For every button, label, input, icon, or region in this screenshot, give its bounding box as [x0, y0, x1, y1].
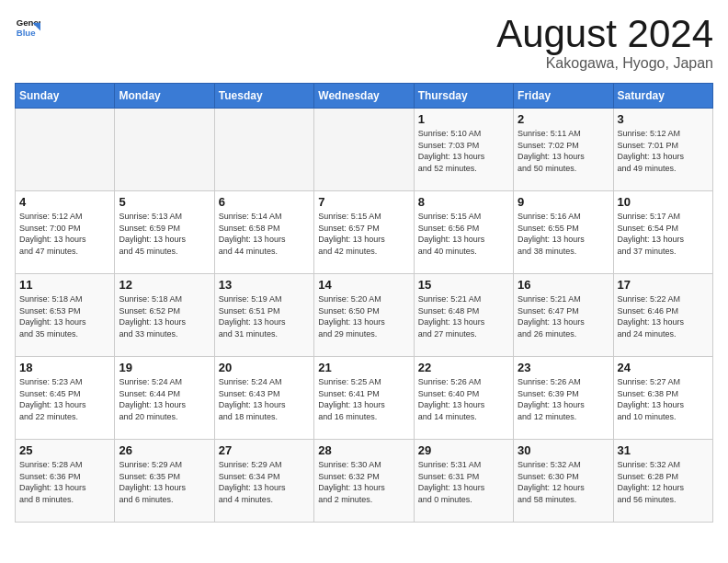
- day-number: 22: [418, 361, 509, 374]
- svg-text:Blue: Blue: [17, 28, 36, 38]
- calendar-cell: 15Sunrise: 5:21 AM Sunset: 6:48 PM Dayli…: [414, 274, 513, 357]
- day-number: 5: [119, 195, 210, 209]
- day-number: 11: [19, 278, 110, 292]
- day-number: 25: [19, 443, 110, 457]
- calendar-cell: 6Sunrise: 5:14 AM Sunset: 6:58 PM Daylig…: [214, 191, 313, 274]
- day-number: 26: [119, 443, 210, 457]
- week-row-5: 25Sunrise: 5:28 AM Sunset: 6:36 PM Dayli…: [16, 440, 713, 523]
- day-number: 21: [318, 361, 409, 374]
- calendar-cell: 16Sunrise: 5:21 AM Sunset: 6:47 PM Dayli…: [514, 274, 613, 357]
- weekday-header-friday: Friday: [514, 84, 613, 109]
- calendar-cell: 2Sunrise: 5:11 AM Sunset: 7:02 PM Daylig…: [514, 109, 613, 191]
- day-number: 30: [518, 443, 609, 457]
- calendar-cell: 22Sunrise: 5:26 AM Sunset: 6:40 PM Dayli…: [414, 357, 513, 440]
- calendar-cell: 20Sunrise: 5:24 AM Sunset: 6:43 PM Dayli…: [214, 357, 313, 440]
- calendar-cell: 3Sunrise: 5:12 AM Sunset: 7:01 PM Daylig…: [613, 109, 712, 191]
- weekday-header-monday: Monday: [115, 84, 214, 109]
- calendar-cell: [115, 109, 214, 191]
- day-number: 18: [19, 361, 110, 374]
- month-title: August 2024: [496, 15, 713, 53]
- day-info: Sunrise: 5:30 AM Sunset: 6:32 PM Dayligh…: [318, 459, 409, 505]
- weekday-header-thursday: Thursday: [414, 84, 513, 109]
- day-number: 6: [219, 195, 310, 209]
- day-info: Sunrise: 5:24 AM Sunset: 6:43 PM Dayligh…: [219, 376, 310, 422]
- weekday-header-row: SundayMondayTuesdayWednesdayThursdayFrid…: [16, 84, 713, 109]
- day-info: Sunrise: 5:26 AM Sunset: 6:39 PM Dayligh…: [518, 376, 609, 422]
- weekday-header-sunday: Sunday: [16, 84, 115, 109]
- day-info: Sunrise: 5:32 AM Sunset: 6:28 PM Dayligh…: [618, 459, 709, 505]
- day-info: Sunrise: 5:20 AM Sunset: 6:50 PM Dayligh…: [318, 293, 409, 339]
- weekday-header-saturday: Saturday: [613, 84, 712, 109]
- day-number: 20: [219, 361, 310, 374]
- day-number: 31: [618, 443, 709, 457]
- calendar-cell: 17Sunrise: 5:22 AM Sunset: 6:46 PM Dayli…: [613, 274, 712, 357]
- day-number: 16: [518, 278, 609, 292]
- calendar-cell: 21Sunrise: 5:25 AM Sunset: 6:41 PM Dayli…: [314, 357, 414, 440]
- calendar-cell: 25Sunrise: 5:28 AM Sunset: 6:36 PM Dayli…: [16, 440, 115, 523]
- calendar-cell: 23Sunrise: 5:26 AM Sunset: 6:39 PM Dayli…: [514, 357, 613, 440]
- calendar-cell: 27Sunrise: 5:29 AM Sunset: 6:34 PM Dayli…: [214, 440, 313, 523]
- day-info: Sunrise: 5:19 AM Sunset: 6:51 PM Dayligh…: [219, 293, 310, 339]
- day-info: Sunrise: 5:13 AM Sunset: 6:59 PM Dayligh…: [119, 211, 210, 257]
- day-info: Sunrise: 5:28 AM Sunset: 6:36 PM Dayligh…: [19, 459, 110, 505]
- day-number: 15: [418, 278, 509, 292]
- day-info: Sunrise: 5:26 AM Sunset: 6:40 PM Dayligh…: [418, 376, 509, 422]
- calendar-cell: 28Sunrise: 5:30 AM Sunset: 6:32 PM Dayli…: [314, 440, 414, 523]
- day-number: 10: [618, 195, 709, 209]
- day-info: Sunrise: 5:25 AM Sunset: 6:41 PM Dayligh…: [318, 376, 409, 422]
- location: Kakogawa, Hyogo, Japan: [496, 55, 713, 72]
- day-number: 13: [219, 278, 310, 292]
- day-info: Sunrise: 5:12 AM Sunset: 7:00 PM Dayligh…: [19, 211, 110, 257]
- day-number: 23: [518, 361, 609, 374]
- day-info: Sunrise: 5:17 AM Sunset: 6:54 PM Dayligh…: [618, 211, 709, 257]
- day-number: 24: [618, 361, 709, 374]
- calendar-cell: 19Sunrise: 5:24 AM Sunset: 6:44 PM Dayli…: [115, 357, 214, 440]
- week-row-2: 4Sunrise: 5:12 AM Sunset: 7:00 PM Daylig…: [16, 191, 713, 274]
- calendar-cell: 24Sunrise: 5:27 AM Sunset: 6:38 PM Dayli…: [613, 357, 712, 440]
- page-header: General Blue August 2024 Kakogawa, Hyogo…: [15, 15, 713, 72]
- calendar-cell: 8Sunrise: 5:15 AM Sunset: 6:56 PM Daylig…: [414, 191, 513, 274]
- day-number: 12: [119, 278, 210, 292]
- calendar-cell: 26Sunrise: 5:29 AM Sunset: 6:35 PM Dayli…: [115, 440, 214, 523]
- day-info: Sunrise: 5:31 AM Sunset: 6:31 PM Dayligh…: [418, 459, 509, 505]
- day-info: Sunrise: 5:29 AM Sunset: 6:35 PM Dayligh…: [119, 459, 210, 505]
- calendar-cell: 11Sunrise: 5:18 AM Sunset: 6:53 PM Dayli…: [16, 274, 115, 357]
- day-info: Sunrise: 5:32 AM Sunset: 6:30 PM Dayligh…: [518, 459, 609, 505]
- weekday-header-tuesday: Tuesday: [214, 84, 313, 109]
- calendar-cell: [16, 109, 115, 191]
- week-row-3: 11Sunrise: 5:18 AM Sunset: 6:53 PM Dayli…: [16, 274, 713, 357]
- day-number: 19: [119, 361, 210, 374]
- calendar-cell: 14Sunrise: 5:20 AM Sunset: 6:50 PM Dayli…: [314, 274, 414, 357]
- day-number: 9: [518, 195, 609, 209]
- calendar-cell: 9Sunrise: 5:16 AM Sunset: 6:55 PM Daylig…: [514, 191, 613, 274]
- calendar-cell: [214, 109, 313, 191]
- day-number: 1: [418, 112, 509, 126]
- day-info: Sunrise: 5:18 AM Sunset: 6:52 PM Dayligh…: [119, 293, 210, 339]
- logo: General Blue: [15, 15, 40, 40]
- calendar-table: SundayMondayTuesdayWednesdayThursdayFrid…: [15, 83, 713, 523]
- day-number: 2: [518, 112, 609, 126]
- day-info: Sunrise: 5:14 AM Sunset: 6:58 PM Dayligh…: [219, 211, 310, 257]
- calendar-cell: 31Sunrise: 5:32 AM Sunset: 6:28 PM Dayli…: [613, 440, 712, 523]
- weekday-header-wednesday: Wednesday: [314, 84, 414, 109]
- calendar-cell: 10Sunrise: 5:17 AM Sunset: 6:54 PM Dayli…: [613, 191, 712, 274]
- day-number: 4: [19, 195, 110, 209]
- day-info: Sunrise: 5:27 AM Sunset: 6:38 PM Dayligh…: [618, 376, 709, 422]
- calendar-cell: 29Sunrise: 5:31 AM Sunset: 6:31 PM Dayli…: [414, 440, 513, 523]
- calendar-cell: 13Sunrise: 5:19 AM Sunset: 6:51 PM Dayli…: [214, 274, 313, 357]
- day-number: 17: [618, 278, 709, 292]
- day-number: 14: [318, 278, 409, 292]
- day-info: Sunrise: 5:21 AM Sunset: 6:48 PM Dayligh…: [418, 293, 509, 339]
- day-info: Sunrise: 5:21 AM Sunset: 6:47 PM Dayligh…: [518, 293, 609, 339]
- day-number: 3: [618, 112, 709, 126]
- calendar-cell: 7Sunrise: 5:15 AM Sunset: 6:57 PM Daylig…: [314, 191, 414, 274]
- logo-icon: General Blue: [15, 15, 40, 40]
- day-info: Sunrise: 5:24 AM Sunset: 6:44 PM Dayligh…: [119, 376, 210, 422]
- day-info: Sunrise: 5:11 AM Sunset: 7:02 PM Dayligh…: [518, 128, 609, 174]
- day-info: Sunrise: 5:23 AM Sunset: 6:45 PM Dayligh…: [19, 376, 110, 422]
- day-info: Sunrise: 5:22 AM Sunset: 6:46 PM Dayligh…: [618, 293, 709, 339]
- day-number: 28: [318, 443, 409, 457]
- calendar-cell: 1Sunrise: 5:10 AM Sunset: 7:03 PM Daylig…: [414, 109, 513, 191]
- day-info: Sunrise: 5:16 AM Sunset: 6:55 PM Dayligh…: [518, 211, 609, 257]
- calendar-cell: 4Sunrise: 5:12 AM Sunset: 7:00 PM Daylig…: [16, 191, 115, 274]
